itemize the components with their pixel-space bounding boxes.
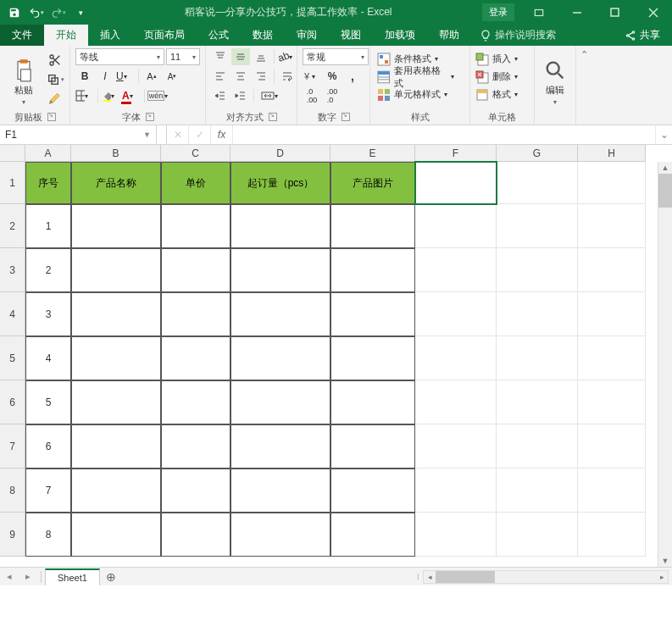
tab-view[interactable]: 视图 bbox=[329, 25, 373, 46]
row-header-3[interactable]: 3 bbox=[0, 248, 25, 292]
scroll-down-icon[interactable]: ▼ bbox=[658, 555, 672, 567]
cell-G7[interactable] bbox=[497, 424, 578, 469]
align-center-button[interactable] bbox=[231, 68, 250, 85]
increase-font-button[interactable]: A▴ bbox=[142, 68, 161, 85]
column-header-B[interactable]: B bbox=[71, 145, 161, 162]
cell-C9[interactable] bbox=[161, 513, 230, 557]
cell-H8[interactable] bbox=[578, 469, 646, 513]
cell-A1[interactable]: 序号 bbox=[25, 162, 71, 204]
qat-customize-icon[interactable]: ▾ bbox=[71, 3, 90, 22]
cell-E7[interactable] bbox=[330, 424, 415, 469]
font-dialog-launcher[interactable] bbox=[146, 113, 154, 121]
accounting-format-button[interactable]: ¥▾ bbox=[303, 68, 321, 85]
tab-formulas[interactable]: 公式 bbox=[197, 25, 241, 46]
cell-F7[interactable] bbox=[415, 424, 497, 469]
cell-A2[interactable]: 1 bbox=[25, 204, 71, 248]
cell-G3[interactable] bbox=[497, 248, 578, 292]
sheet-nav-next-icon[interactable]: ▸ bbox=[19, 571, 37, 582]
cell-G9[interactable] bbox=[497, 513, 578, 557]
cell-E8[interactable] bbox=[330, 469, 415, 513]
insert-function-icon[interactable]: fx bbox=[211, 125, 233, 144]
decrease-decimal-button[interactable]: .00.0 bbox=[323, 87, 342, 104]
spreadsheet-grid[interactable]: ABCDEFGH 123456789 序号产品名称单价起订量（pcs）产品图片1… bbox=[0, 145, 672, 567]
select-all-corner[interactable] bbox=[0, 145, 25, 162]
wrap-text-button[interactable] bbox=[278, 68, 297, 85]
cell-B4[interactable] bbox=[71, 292, 161, 336]
cell-G1[interactable] bbox=[497, 162, 578, 204]
comma-button[interactable]: , bbox=[343, 68, 362, 85]
cell-C1[interactable]: 单价 bbox=[161, 162, 230, 204]
row-header-9[interactable]: 9 bbox=[0, 513, 25, 557]
cell-F9[interactable] bbox=[415, 513, 497, 557]
format-painter-button[interactable] bbox=[46, 91, 64, 108]
cell-E1[interactable]: 产品图片 bbox=[330, 162, 415, 204]
cell-B9[interactable] bbox=[71, 513, 161, 557]
row-header-8[interactable]: 8 bbox=[0, 469, 25, 513]
column-header-H[interactable]: H bbox=[578, 145, 646, 162]
cut-button[interactable] bbox=[46, 52, 64, 69]
cell-H9[interactable] bbox=[578, 513, 646, 557]
cell-D1[interactable]: 起订量（pcs） bbox=[230, 162, 330, 204]
cell-D7[interactable] bbox=[230, 424, 330, 469]
align-top-button[interactable] bbox=[211, 48, 230, 65]
font-color-button[interactable]: A▾ bbox=[122, 87, 141, 104]
cell-E3[interactable] bbox=[330, 248, 415, 292]
cell-F2[interactable] bbox=[415, 204, 497, 248]
row-header-5[interactable]: 5 bbox=[0, 336, 25, 380]
cell-D9[interactable] bbox=[230, 513, 330, 557]
borders-button[interactable]: ▾ bbox=[75, 87, 94, 104]
cell-B7[interactable] bbox=[71, 424, 161, 469]
cell-C6[interactable] bbox=[161, 380, 230, 424]
collapse-ribbon-icon[interactable]: ⌃ bbox=[580, 49, 588, 60]
tab-page-layout[interactable]: 页面布局 bbox=[132, 25, 197, 46]
cell-A9[interactable]: 8 bbox=[25, 513, 71, 557]
align-left-button[interactable] bbox=[211, 68, 230, 85]
scroll-left-icon[interactable]: ◂ bbox=[424, 573, 436, 581]
cell-E4[interactable] bbox=[330, 292, 415, 336]
scroll-up-icon[interactable]: ▲ bbox=[658, 162, 672, 174]
copy-button[interactable]: ▾ bbox=[46, 71, 64, 88]
cell-H3[interactable] bbox=[578, 248, 646, 292]
number-dialog-launcher[interactable] bbox=[342, 113, 350, 121]
column-header-E[interactable]: E bbox=[330, 145, 415, 162]
cell-H5[interactable] bbox=[578, 336, 646, 380]
cell-H6[interactable] bbox=[578, 380, 646, 424]
cell-C4[interactable] bbox=[161, 292, 230, 336]
enter-formula-icon[interactable]: ✓ bbox=[189, 125, 211, 144]
cell-E2[interactable] bbox=[330, 204, 415, 248]
vscroll-thumb[interactable] bbox=[658, 174, 672, 208]
column-header-A[interactable]: A bbox=[25, 145, 71, 162]
cell-F3[interactable] bbox=[415, 248, 497, 292]
bold-button[interactable]: B bbox=[75, 68, 94, 85]
percent-button[interactable]: % bbox=[323, 68, 342, 85]
cell-F5[interactable] bbox=[415, 336, 497, 380]
delete-cells-button[interactable]: 删除▾ bbox=[475, 68, 526, 86]
cell-E9[interactable] bbox=[330, 513, 415, 557]
clipboard-dialog-launcher[interactable] bbox=[47, 113, 56, 121]
cell-B6[interactable] bbox=[71, 380, 161, 424]
cell-B3[interactable] bbox=[71, 248, 161, 292]
cell-A6[interactable]: 5 bbox=[25, 380, 71, 424]
cell-C5[interactable] bbox=[161, 336, 230, 380]
save-icon[interactable] bbox=[5, 3, 24, 22]
cell-E6[interactable] bbox=[330, 380, 415, 424]
cell-H4[interactable] bbox=[578, 292, 646, 336]
scroll-right-icon[interactable]: ▸ bbox=[656, 573, 668, 581]
expand-formula-bar-icon[interactable]: ⌄ bbox=[655, 125, 672, 144]
row-header-6[interactable]: 6 bbox=[0, 380, 25, 424]
cell-A3[interactable]: 2 bbox=[25, 248, 71, 292]
ribbon-display-icon[interactable] bbox=[519, 0, 558, 25]
cell-D3[interactable] bbox=[230, 248, 330, 292]
cell-C7[interactable] bbox=[161, 424, 230, 469]
formula-input[interactable] bbox=[233, 125, 655, 144]
cell-A8[interactable]: 7 bbox=[25, 469, 71, 513]
align-right-button[interactable] bbox=[252, 68, 270, 85]
number-format-combo[interactable]: 常规▾ bbox=[303, 48, 369, 65]
decrease-indent-button[interactable] bbox=[211, 87, 230, 104]
cell-G4[interactable] bbox=[497, 292, 578, 336]
tab-review[interactable]: 审阅 bbox=[285, 25, 329, 46]
maximize-icon[interactable] bbox=[596, 0, 634, 25]
row-header-2[interactable]: 2 bbox=[0, 204, 25, 248]
cell-A4[interactable]: 3 bbox=[25, 292, 71, 336]
cell-G8[interactable] bbox=[497, 469, 578, 513]
